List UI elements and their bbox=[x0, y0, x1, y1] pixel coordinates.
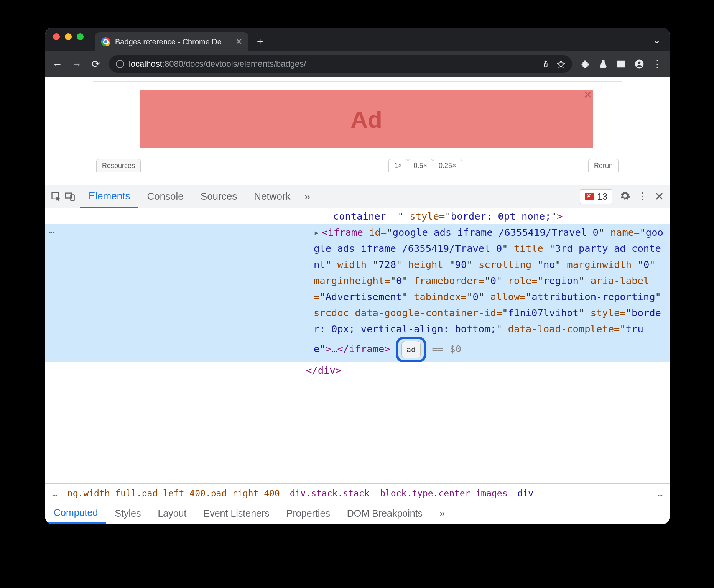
page-demo-box: ✕ Ad Resources 1× 0.5× 0.25× Rerun bbox=[93, 81, 622, 173]
zoom-05x-button[interactable]: 0.5× bbox=[408, 159, 433, 172]
subtab-layout[interactable]: Layout bbox=[149, 503, 195, 524]
selected-node-indicator: == $0 bbox=[432, 343, 461, 355]
omnibar: ← → ⟳ i localhost:8080/docs/devtools/ele… bbox=[45, 51, 670, 77]
subtab-styles[interactable]: Styles bbox=[106, 503, 149, 524]
ad-badge[interactable]: ad bbox=[401, 341, 421, 358]
extensions-icon[interactable] bbox=[577, 56, 594, 72]
expand-triangle-icon[interactable]: ▸ bbox=[314, 227, 319, 238]
window-controls bbox=[51, 28, 88, 51]
ad-label: Ad bbox=[350, 106, 382, 133]
devtools-panel: Elements Console Sources Network » 13 ⋮ … bbox=[45, 185, 670, 524]
error-count: 13 bbox=[597, 191, 607, 202]
subtab-dom-breakpoints[interactable]: DOM Breakpoints bbox=[339, 503, 431, 524]
styles-sub-tabs: Computed Styles Layout Event Listeners P… bbox=[45, 503, 670, 524]
dom-line-container-end[interactable]: __container__" style="border: 0pt none;"… bbox=[45, 208, 670, 224]
share-icon[interactable] bbox=[541, 60, 550, 68]
window-close-button[interactable] bbox=[53, 33, 60, 40]
tab-bar-chevron[interactable]: ⌄ bbox=[652, 28, 661, 51]
tab-sources[interactable]: Sources bbox=[192, 185, 245, 208]
inspect-icon[interactable] bbox=[51, 191, 61, 202]
tab-console[interactable]: Console bbox=[138, 185, 192, 208]
resources-tab[interactable]: Resources bbox=[96, 159, 141, 172]
panel-icon[interactable] bbox=[613, 56, 630, 72]
tab-more-button[interactable]: » bbox=[299, 191, 316, 203]
nav-forward-button[interactable]: → bbox=[68, 56, 85, 72]
breadcrumb-item-1[interactable]: ng.width-full.pad-left-400.pad-right-400 bbox=[67, 488, 280, 498]
subtab-properties[interactable]: Properties bbox=[278, 503, 339, 524]
toolbar-icons: ⋮ bbox=[577, 56, 666, 72]
subtab-more[interactable]: » bbox=[431, 503, 453, 524]
ad-banner[interactable]: ✕ Ad bbox=[140, 90, 593, 148]
window-minimize-button[interactable] bbox=[65, 33, 72, 40]
svg-point-3 bbox=[638, 61, 641, 64]
dom-breadcrumb[interactable]: … ng.width-full.pad-left-400.pad-right-4… bbox=[45, 483, 670, 503]
error-counter[interactable]: 13 bbox=[580, 189, 612, 204]
subtab-computed[interactable]: Computed bbox=[45, 503, 106, 524]
site-info-icon[interactable]: i bbox=[116, 60, 124, 68]
tab-elements[interactable]: Elements bbox=[80, 185, 138, 208]
url-text: localhost:8080/docs/devtools/elements/ba… bbox=[129, 59, 306, 69]
demo-controls: Resources 1× 0.5× 0.25× Rerun bbox=[93, 158, 622, 173]
devtools-close-button[interactable]: ✕ bbox=[655, 190, 664, 203]
menu-button[interactable]: ⋮ bbox=[649, 56, 666, 72]
devtools-tab-bar: Elements Console Sources Network » 13 ⋮ … bbox=[45, 185, 670, 208]
tab-close-button[interactable]: ✕ bbox=[235, 37, 242, 47]
dom-line-div-close[interactable]: </div> bbox=[45, 362, 670, 378]
star-icon[interactable] bbox=[557, 60, 565, 68]
settings-icon[interactable] bbox=[619, 190, 631, 203]
favicon-icon bbox=[101, 37, 110, 46]
ad-close-button[interactable]: ✕ bbox=[583, 89, 592, 101]
labs-icon[interactable] bbox=[595, 56, 612, 72]
browser-tab[interactable]: Badges reference - Chrome De ✕ bbox=[95, 32, 248, 51]
elements-dom-tree[interactable]: __container__" style="border: 0pt none;"… bbox=[45, 208, 670, 483]
tab-title: Badges reference - Chrome De bbox=[115, 38, 231, 46]
ad-badge-highlight: ad bbox=[396, 337, 426, 362]
breadcrumb-item-2[interactable]: div.stack.stack--block.type.center-image… bbox=[290, 488, 508, 498]
subtab-event-listeners[interactable]: Event Listeners bbox=[195, 503, 278, 524]
address-bar[interactable]: i localhost:8080/docs/devtools/elements/… bbox=[109, 55, 572, 73]
tab-bar: Badges reference - Chrome De ✕ + ⌄ bbox=[45, 28, 670, 51]
window-maximize-button[interactable] bbox=[77, 33, 84, 40]
page-viewport: ✕ Ad Resources 1× 0.5× 0.25× Rerun bbox=[45, 77, 670, 185]
breadcrumb-item-3[interactable]: div bbox=[517, 488, 533, 498]
new-tab-button[interactable]: + bbox=[257, 35, 263, 48]
tab-network[interactable]: Network bbox=[245, 185, 299, 208]
breadcrumb-ellipsis-right[interactable]: … bbox=[657, 488, 663, 498]
device-icon[interactable] bbox=[64, 191, 75, 202]
zoom-1x-button[interactable]: 1× bbox=[388, 159, 408, 172]
svg-rect-0 bbox=[618, 61, 625, 67]
nav-back-button[interactable]: ← bbox=[49, 56, 66, 72]
nav-reload-button[interactable]: ⟳ bbox=[87, 56, 104, 72]
devtools-menu-button[interactable]: ⋮ bbox=[638, 191, 648, 202]
error-icon bbox=[585, 193, 594, 200]
browser-window: Badges reference - Chrome De ✕ + ⌄ ← → ⟳… bbox=[45, 28, 670, 524]
rerun-button[interactable]: Rerun bbox=[588, 159, 619, 172]
dom-line-iframe[interactable]: ▸<iframe id="google_ads_iframe_/6355419/… bbox=[45, 224, 670, 362]
zoom-025x-button[interactable]: 0.25× bbox=[433, 159, 462, 172]
breadcrumb-ellipsis-left[interactable]: … bbox=[52, 488, 58, 498]
profile-icon[interactable] bbox=[631, 56, 648, 72]
